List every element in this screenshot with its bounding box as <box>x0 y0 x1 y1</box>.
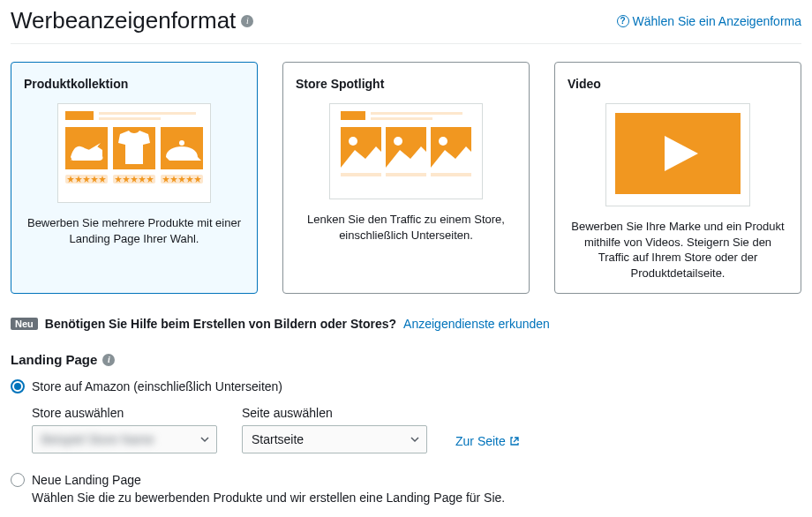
radio-label: Neue Landing Page <box>32 473 141 487</box>
radio-icon <box>11 379 25 393</box>
svg-rect-0 <box>65 111 94 120</box>
info-icon[interactable]: i <box>102 354 115 366</box>
chevron-down-icon <box>410 435 419 444</box>
video-icon <box>605 103 750 206</box>
help-row: Neu Benötigen Sie Hilfe beim Erstellen v… <box>11 317 801 331</box>
card-desc: Lenken Sie den Traffic zu einem Store, e… <box>296 212 516 243</box>
to-page-link[interactable]: Zur Seite <box>455 434 520 448</box>
new-landing-desc: Wählen Sie die zu bewerbenden Produkte u… <box>32 491 801 505</box>
page-title: Werbeanzeigenformat i <box>11 7 253 34</box>
store-select-label: Store auswählen <box>32 406 217 420</box>
svg-rect-24 <box>341 173 381 176</box>
page-title-text: Werbeanzeigenformat <box>11 7 236 34</box>
card-title: Video <box>568 77 788 91</box>
choose-ad-format-link-text: Wählen Sie ein Anzeigenforma <box>633 14 801 28</box>
info-icon[interactable]: i <box>241 15 253 27</box>
svg-rect-2 <box>99 117 161 120</box>
svg-point-21 <box>394 137 402 146</box>
card-store-spotlight[interactable]: Store Spotlight <box>282 62 530 294</box>
svg-rect-15 <box>341 111 365 120</box>
to-page-text: Zur Seite <box>455 434 506 448</box>
page-select-label: Seite auswählen <box>242 406 427 420</box>
svg-point-6 <box>179 140 184 146</box>
explore-services-link[interactable]: Anzeigendienste erkunden <box>403 317 550 331</box>
radio-label: Store auf Amazon (einschließlich Unterse… <box>32 379 282 393</box>
store-select[interactable]: Beispiel Store Name <box>32 425 217 453</box>
store-select-value: Beispiel Store Name <box>41 432 154 446</box>
new-badge: Neu <box>11 318 38 330</box>
help-icon: ? <box>617 15 629 27</box>
card-video[interactable]: Video Bewerben Sie Ihre Marke und ein Pr… <box>554 62 801 294</box>
help-text: Benötigen Sie Hilfe beim Erstellen von B… <box>45 317 396 331</box>
card-product-collection[interactable]: Produktkollektion <box>11 62 258 294</box>
svg-rect-1 <box>99 112 196 115</box>
landing-page-label-text: Landing Page <box>11 352 97 367</box>
radio-store-on-amazon[interactable]: Store auf Amazon (einschließlich Unterse… <box>11 379 801 393</box>
svg-point-19 <box>349 137 357 146</box>
page-select-value: Startseite <box>252 432 304 446</box>
radio-new-landing-page[interactable]: Neue Landing Page <box>11 473 801 487</box>
svg-rect-17 <box>371 117 432 120</box>
product-collection-icon <box>57 103 211 203</box>
card-title: Produktkollektion <box>24 77 244 91</box>
card-desc: Bewerben Sie mehrere Produkte mit einer … <box>24 215 244 246</box>
svg-rect-25 <box>386 173 426 176</box>
landing-page-label: Landing Page i <box>11 352 801 367</box>
page-select[interactable]: Startseite <box>242 425 427 453</box>
svg-point-23 <box>439 137 447 146</box>
chevron-down-icon <box>200 435 209 444</box>
svg-rect-3 <box>65 127 108 169</box>
card-title: Store Spotlight <box>296 77 516 91</box>
choose-ad-format-link[interactable]: ? Wählen Sie ein Anzeigenforma <box>617 14 801 28</box>
svg-rect-16 <box>371 112 462 115</box>
card-desc: Bewerben Sie Ihre Marke und ein Produkt … <box>568 219 788 281</box>
svg-rect-26 <box>431 173 471 176</box>
store-spotlight-icon <box>329 103 483 199</box>
radio-icon <box>11 473 25 487</box>
external-link-icon <box>509 436 520 446</box>
